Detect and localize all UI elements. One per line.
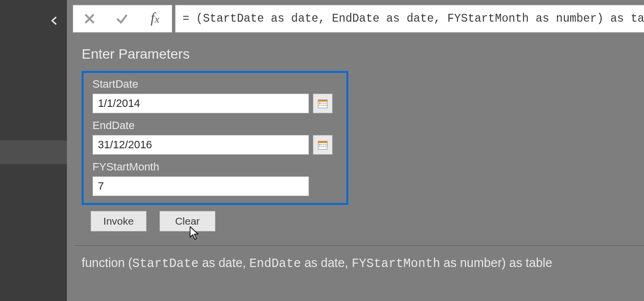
svg-rect-1	[318, 100, 327, 102]
svg-rect-16	[319, 146, 321, 147]
page-title: Enter Parameters	[82, 46, 644, 62]
svg-rect-14	[323, 144, 325, 145]
formula-input[interactable]: = (StartDate as date, EndDate as date, F…	[175, 5, 644, 33]
fystartmonth-label: FYStartMonth	[92, 161, 337, 173]
close-icon	[83, 12, 96, 25]
back-chevron-icon[interactable]	[49, 15, 59, 28]
function-signature: function (StartDate as date, EndDate as …	[82, 256, 644, 271]
signature-text: function (	[82, 256, 132, 269]
enddate-input[interactable]	[92, 135, 309, 155]
signature-text: as date,	[199, 256, 249, 269]
fystartmonth-input[interactable]	[92, 176, 309, 196]
left-sidebar	[0, 0, 67, 301]
fx-button[interactable]: fx	[138, 5, 172, 32]
signature-text: StartDate	[132, 257, 199, 271]
svg-rect-18	[323, 146, 325, 147]
svg-rect-5	[325, 102, 327, 104]
sidebar-active-item[interactable]	[0, 140, 67, 164]
enddate-label: EndDate	[92, 119, 337, 132]
fx-icon: fx	[151, 9, 159, 26]
svg-rect-11	[318, 141, 327, 143]
startdate-input[interactable]	[92, 94, 309, 113]
svg-rect-13	[321, 144, 323, 145]
clear-button[interactable]: Clear	[159, 211, 215, 232]
svg-rect-12	[319, 144, 321, 145]
content-body: Enter Parameters StartDate	[67, 33, 644, 276]
divider	[75, 245, 644, 246]
enddate-calendar-button[interactable]	[313, 135, 333, 155]
svg-rect-4	[323, 102, 325, 104]
button-row: Invoke Clear	[82, 211, 644, 232]
signature-text: FYStartMonth	[352, 257, 440, 271]
formula-bar: fx = (StartDate as date, EndDate as date…	[73, 5, 644, 33]
formula-action-group: fx	[73, 5, 172, 33]
svg-rect-7	[321, 104, 323, 106]
enddate-field-group: EndDate	[92, 119, 337, 155]
parameters-panel: StartDate	[82, 71, 348, 205]
commit-formula-button[interactable]	[106, 5, 138, 32]
invoke-button[interactable]: Invoke	[91, 211, 147, 232]
svg-rect-19	[325, 146, 327, 147]
main-content: fx = (StartDate as date, EndDate as date…	[67, 0, 644, 301]
svg-rect-17	[321, 146, 323, 147]
startdate-calendar-button[interactable]	[313, 94, 333, 113]
calendar-icon	[317, 139, 328, 150]
signature-text: EndDate	[249, 257, 301, 271]
svg-rect-6	[319, 104, 321, 106]
svg-rect-9	[325, 104, 327, 106]
svg-rect-15	[325, 144, 327, 145]
fystartmonth-field-group: FYStartMonth	[92, 161, 337, 196]
svg-rect-2	[319, 102, 321, 104]
svg-rect-3	[321, 102, 323, 104]
signature-text: as date,	[301, 256, 352, 269]
signature-text: as number) as table	[440, 256, 552, 269]
check-icon	[116, 12, 128, 25]
startdate-field-group: StartDate	[92, 78, 337, 113]
cancel-formula-button[interactable]	[73, 5, 106, 32]
startdate-label: StartDate	[92, 78, 337, 91]
svg-rect-8	[323, 104, 325, 106]
calendar-icon	[317, 98, 328, 109]
